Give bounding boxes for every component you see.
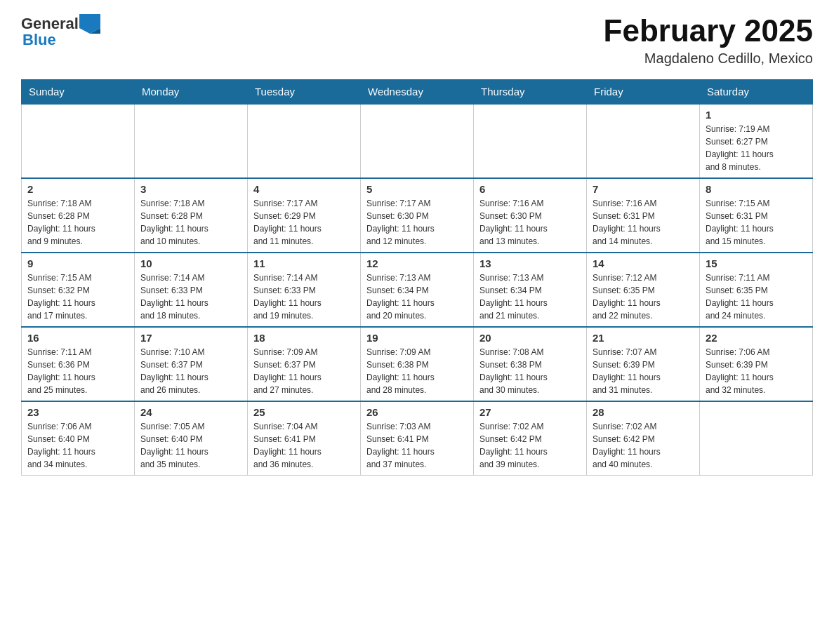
day-number: 16 — [27, 332, 128, 344]
table-row: 7Sunrise: 7:16 AM Sunset: 6:31 PM Daylig… — [587, 178, 700, 253]
table-row: 10Sunrise: 7:14 AM Sunset: 6:33 PM Dayli… — [135, 253, 248, 327]
day-number: 1 — [706, 109, 807, 121]
day-info: Sunrise: 7:09 AM Sunset: 6:37 PM Dayligh… — [253, 346, 355, 396]
day-info: Sunrise: 7:11 AM Sunset: 6:35 PM Dayligh… — [706, 271, 807, 322]
day-info: Sunrise: 7:15 AM Sunset: 6:31 PM Dayligh… — [706, 197, 807, 248]
header-wednesday: Wednesday — [361, 80, 474, 105]
table-row: 16Sunrise: 7:11 AM Sunset: 6:36 PM Dayli… — [22, 327, 135, 401]
day-info: Sunrise: 7:18 AM Sunset: 6:28 PM Dayligh… — [140, 197, 241, 248]
table-row — [700, 401, 813, 476]
calendar-week-row: 16Sunrise: 7:11 AM Sunset: 6:36 PM Dayli… — [22, 327, 813, 401]
day-info: Sunrise: 7:14 AM Sunset: 6:33 PM Dayligh… — [140, 271, 241, 322]
header-saturday: Saturday — [700, 80, 813, 105]
table-row: 6Sunrise: 7:16 AM Sunset: 6:30 PM Daylig… — [474, 178, 587, 253]
table-row: 2Sunrise: 7:18 AM Sunset: 6:28 PM Daylig… — [22, 178, 135, 253]
day-info: Sunrise: 7:17 AM Sunset: 6:29 PM Dayligh… — [253, 197, 355, 248]
day-info: Sunrise: 7:13 AM Sunset: 6:34 PM Dayligh… — [479, 271, 581, 322]
header-thursday: Thursday — [474, 80, 587, 105]
table-row: 15Sunrise: 7:11 AM Sunset: 6:35 PM Dayli… — [700, 253, 813, 327]
day-number: 11 — [253, 257, 355, 269]
day-number: 3 — [140, 183, 241, 195]
day-info: Sunrise: 7:17 AM Sunset: 6:30 PM Dayligh… — [366, 197, 468, 248]
day-info: Sunrise: 7:02 AM Sunset: 6:42 PM Dayligh… — [593, 420, 694, 471]
day-number: 24 — [140, 406, 241, 418]
day-info: Sunrise: 7:04 AM Sunset: 6:41 PM Dayligh… — [253, 420, 355, 471]
day-number: 21 — [593, 332, 694, 344]
calendar-week-row: 2Sunrise: 7:18 AM Sunset: 6:28 PM Daylig… — [22, 178, 813, 253]
day-info: Sunrise: 7:05 AM Sunset: 6:40 PM Dayligh… — [140, 420, 241, 471]
day-info: Sunrise: 7:06 AM Sunset: 6:39 PM Dayligh… — [706, 346, 807, 396]
table-row: 1Sunrise: 7:19 AM Sunset: 6:27 PM Daylig… — [700, 104, 813, 178]
table-row: 3Sunrise: 7:18 AM Sunset: 6:28 PM Daylig… — [135, 178, 248, 253]
table-row: 20Sunrise: 7:08 AM Sunset: 6:38 PM Dayli… — [474, 327, 587, 401]
table-row: 8Sunrise: 7:15 AM Sunset: 6:31 PM Daylig… — [700, 178, 813, 253]
logo-icon — [79, 14, 100, 34]
header-sunday: Sunday — [22, 80, 135, 105]
calendar-week-row: 23Sunrise: 7:06 AM Sunset: 6:40 PM Dayli… — [22, 401, 813, 476]
calendar-week-row: 9Sunrise: 7:15 AM Sunset: 6:32 PM Daylig… — [22, 253, 813, 327]
day-info: Sunrise: 7:08 AM Sunset: 6:38 PM Dayligh… — [479, 346, 581, 396]
day-number: 17 — [140, 332, 241, 344]
calendar-table: Sunday Monday Tuesday Wednesday Thursday… — [21, 79, 813, 476]
table-row: 24Sunrise: 7:05 AM Sunset: 6:40 PM Dayli… — [135, 401, 248, 476]
day-number: 10 — [140, 257, 241, 269]
header-monday: Monday — [135, 80, 248, 105]
logo-blue-text: Blue — [21, 32, 101, 48]
table-row: 13Sunrise: 7:13 AM Sunset: 6:34 PM Dayli… — [474, 253, 587, 327]
table-row — [474, 104, 587, 178]
day-number: 8 — [706, 183, 807, 195]
day-number: 25 — [253, 406, 355, 418]
table-row: 18Sunrise: 7:09 AM Sunset: 6:37 PM Dayli… — [248, 327, 361, 401]
table-row: 21Sunrise: 7:07 AM Sunset: 6:39 PM Dayli… — [587, 327, 700, 401]
day-info: Sunrise: 7:03 AM Sunset: 6:41 PM Dayligh… — [366, 420, 468, 471]
table-row — [22, 104, 135, 178]
day-number: 13 — [479, 257, 581, 269]
day-number: 2 — [27, 183, 128, 195]
calendar-week-row: 1Sunrise: 7:19 AM Sunset: 6:27 PM Daylig… — [22, 104, 813, 178]
day-info: Sunrise: 7:02 AM Sunset: 6:42 PM Dayligh… — [479, 420, 581, 471]
table-row: 27Sunrise: 7:02 AM Sunset: 6:42 PM Dayli… — [474, 401, 587, 476]
day-number: 19 — [366, 332, 468, 344]
day-number: 14 — [593, 257, 694, 269]
day-number: 22 — [706, 332, 807, 344]
day-number: 12 — [366, 257, 468, 269]
table-row: 23Sunrise: 7:06 AM Sunset: 6:40 PM Dayli… — [22, 401, 135, 476]
day-info: Sunrise: 7:13 AM Sunset: 6:34 PM Dayligh… — [366, 271, 468, 322]
day-info: Sunrise: 7:11 AM Sunset: 6:36 PM Dayligh… — [27, 346, 128, 396]
calendar-location: Magdaleno Cedillo, Mexico — [604, 51, 813, 67]
table-row: 28Sunrise: 7:02 AM Sunset: 6:42 PM Dayli… — [587, 401, 700, 476]
day-info: Sunrise: 7:16 AM Sunset: 6:31 PM Dayligh… — [593, 197, 694, 248]
header-tuesday: Tuesday — [248, 80, 361, 105]
day-info: Sunrise: 7:15 AM Sunset: 6:32 PM Dayligh… — [27, 271, 128, 322]
table-row: 9Sunrise: 7:15 AM Sunset: 6:32 PM Daylig… — [22, 253, 135, 327]
day-info: Sunrise: 7:18 AM Sunset: 6:28 PM Dayligh… — [27, 197, 128, 248]
day-info: Sunrise: 7:07 AM Sunset: 6:39 PM Dayligh… — [593, 346, 694, 396]
day-number: 4 — [253, 183, 355, 195]
day-number: 15 — [706, 257, 807, 269]
page-header: General Blue February 2025 Magdaleno Ced… — [21, 14, 813, 67]
table-row: 25Sunrise: 7:04 AM Sunset: 6:41 PM Dayli… — [248, 401, 361, 476]
logo-general-text: General — [21, 16, 79, 32]
day-number: 26 — [366, 406, 468, 418]
table-row — [248, 104, 361, 178]
day-number: 6 — [479, 183, 581, 195]
day-number: 5 — [366, 183, 468, 195]
table-row: 11Sunrise: 7:14 AM Sunset: 6:33 PM Dayli… — [248, 253, 361, 327]
day-info: Sunrise: 7:14 AM Sunset: 6:33 PM Dayligh… — [253, 271, 355, 322]
day-number: 23 — [27, 406, 128, 418]
table-row — [361, 104, 474, 178]
day-info: Sunrise: 7:06 AM Sunset: 6:40 PM Dayligh… — [27, 420, 128, 471]
calendar-title-block: February 2025 Magdaleno Cedillo, Mexico — [604, 14, 813, 67]
day-number: 20 — [479, 332, 581, 344]
day-number: 27 — [479, 406, 581, 418]
day-info: Sunrise: 7:16 AM Sunset: 6:30 PM Dayligh… — [479, 197, 581, 248]
logo: General Blue — [21, 14, 101, 48]
day-number: 7 — [593, 183, 694, 195]
day-number: 18 — [253, 332, 355, 344]
table-row: 19Sunrise: 7:09 AM Sunset: 6:38 PM Dayli… — [361, 327, 474, 401]
table-row: 4Sunrise: 7:17 AM Sunset: 6:29 PM Daylig… — [248, 178, 361, 253]
table-row — [135, 104, 248, 178]
day-number: 28 — [593, 406, 694, 418]
header-friday: Friday — [587, 80, 700, 105]
day-info: Sunrise: 7:19 AM Sunset: 6:27 PM Dayligh… — [706, 123, 807, 173]
